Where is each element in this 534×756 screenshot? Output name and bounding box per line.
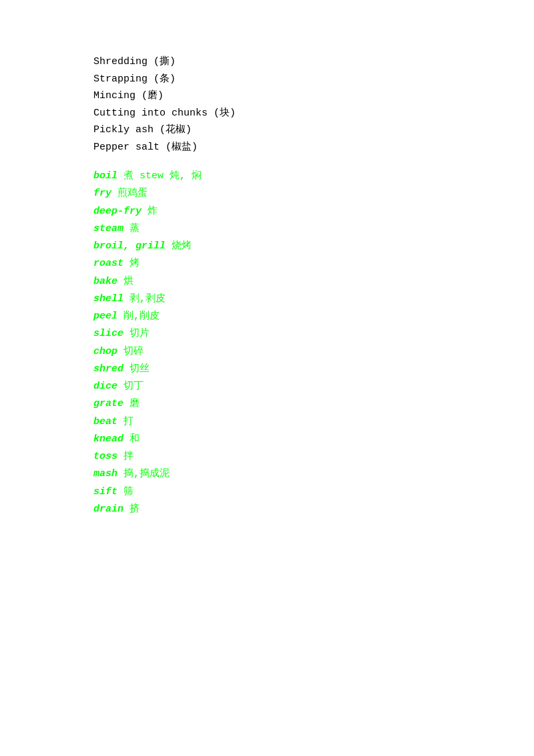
chinese-translation: 磨 — [129, 398, 140, 409]
green-text-line: steam 蒸 — [93, 220, 534, 238]
english-word: toss — [93, 451, 123, 462]
green-text-line: bake 烘 — [93, 273, 534, 291]
chinese-translation: 烘 — [123, 276, 134, 287]
english-word: knead — [93, 433, 129, 445]
chinese-translation: 剥,剥皮 — [129, 293, 166, 305]
english-word: dice — [93, 381, 123, 392]
green-text-line: shell 剥,剥皮 — [93, 291, 534, 308]
chinese-translation: 拌 — [123, 451, 134, 462]
english-word: shred — [93, 363, 129, 375]
green-text-line: chop 切碎 — [93, 343, 534, 361]
chinese-translation: 切片 — [129, 328, 150, 339]
green-text-line: deep-fry 炸 — [93, 203, 534, 220]
chinese-translation: 烤 — [129, 258, 140, 269]
green-text-line: fry 煎鸡蛋 — [93, 185, 534, 202]
green-text-line: dice 切丁 — [93, 378, 534, 395]
english-word: fry — [93, 188, 117, 199]
green-text-line: slice 切片 — [93, 325, 534, 343]
english-word: boil — [93, 170, 123, 182]
green-text-line: boil 煮 stew 炖, 焖 — [93, 168, 534, 185]
chinese-translation: 筛 — [123, 486, 134, 498]
chinese-translation: 捣,捣成泥 — [123, 468, 170, 480]
english-word: roast — [93, 258, 129, 269]
black-text-line: Pickly ash (花椒) — [93, 122, 534, 139]
green-text-line: grate 磨 — [93, 395, 534, 413]
green-text-section: boil 煮 stew 炖, 焖fry 煎鸡蛋deep-fry 炸steam 蒸… — [93, 168, 534, 518]
english-word: sift — [93, 486, 123, 498]
chinese-translation: 烧烤 — [172, 240, 192, 252]
green-text-line: mash 捣,捣成泥 — [93, 465, 534, 483]
black-text-section: Shredding (撕)Strapping (条)Mincing (磨)Cut… — [93, 53, 534, 156]
chinese-translation: 挤 — [129, 504, 140, 515]
english-word: mash — [93, 468, 123, 480]
green-text-line: peel 削,削皮 — [93, 308, 534, 325]
chinese-translation: 煮 stew 炖, 焖 — [123, 170, 202, 182]
black-text-line: Strapping (条) — [93, 71, 534, 88]
black-text-line: Mincing (磨) — [93, 87, 534, 105]
green-text-line: sift 筛 — [93, 484, 534, 501]
green-text-line: shred 切丝 — [93, 361, 534, 378]
english-word: chop — [93, 346, 123, 357]
chinese-translation: 和 — [129, 433, 140, 445]
chinese-translation: 打 — [123, 416, 134, 427]
chinese-translation: 蒸 — [129, 223, 140, 234]
black-text-line: Pepper salt (椒盐) — [93, 139, 534, 156]
chinese-translation: 切碎 — [123, 346, 144, 357]
english-word: steam — [93, 223, 129, 234]
green-text-line: knead 和 — [93, 431, 534, 448]
chinese-translation: 切丁 — [123, 381, 144, 392]
black-text-line: Cutting into chunks (块) — [93, 105, 534, 122]
english-word: peel — [93, 311, 123, 322]
chinese-translation: 切丝 — [129, 363, 150, 375]
green-text-line: roast 烤 — [93, 255, 534, 272]
english-word: beat — [93, 416, 123, 427]
english-word: deep-fry — [93, 206, 148, 217]
english-word: shell — [93, 293, 129, 305]
english-word: bake — [93, 276, 123, 287]
english-word: grate — [93, 398, 129, 409]
green-text-line: toss 拌 — [93, 448, 534, 465]
black-text-line: Shredding (撕) — [93, 53, 534, 71]
chinese-translation: 煎鸡蛋 — [117, 188, 148, 199]
english-word: drain — [93, 504, 129, 515]
chinese-translation: 削,削皮 — [123, 311, 160, 322]
english-word: slice — [93, 328, 129, 339]
green-text-line: beat 打 — [93, 413, 534, 431]
green-text-line: drain 挤 — [93, 501, 534, 518]
green-text-line: broil, grill 烧烤 — [93, 238, 534, 255]
chinese-translation: 炸 — [148, 206, 158, 217]
english-word: broil, grill — [93, 240, 172, 252]
